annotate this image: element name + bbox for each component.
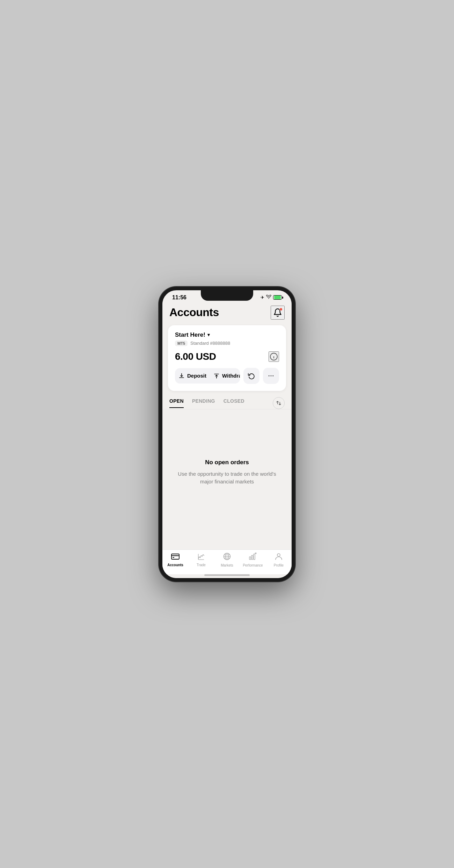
svg-rect-15 — [249, 557, 251, 560]
tabs-group: OPEN PENDING CLOSED — [169, 398, 244, 408]
withdraw-icon — [213, 373, 220, 379]
chevron-down-icon[interactable]: ▾ — [207, 332, 210, 337]
svg-rect-7 — [173, 557, 174, 558]
svg-rect-17 — [254, 554, 255, 560]
performance-nav-icon — [249, 553, 257, 562]
performance-nav-label: Performance — [243, 563, 263, 567]
nav-item-performance[interactable]: Performance — [242, 553, 263, 567]
home-indicator — [204, 574, 250, 576]
withdraw-label: Withdraw — [222, 373, 240, 379]
account-meta: MT5 Standard #8888888 — [175, 341, 279, 346]
battery-icon — [273, 295, 282, 300]
balance-amount: 6.00 USD — [175, 351, 216, 362]
page-title: Accounts — [169, 306, 219, 319]
nav-item-accounts[interactable]: Accounts — [165, 553, 186, 567]
header: Accounts — [162, 302, 292, 322]
empty-subtitle: Use the opportunity to trade on the worl… — [176, 470, 278, 486]
svg-point-4 — [271, 375, 272, 376]
tabs-row: OPEN PENDING CLOSED — [162, 394, 292, 409]
svg-point-3 — [269, 375, 270, 376]
svg-point-5 — [273, 375, 274, 376]
tab-closed[interactable]: CLOSED — [224, 398, 244, 408]
notch — [201, 290, 253, 301]
nav-item-profile[interactable]: Profile — [268, 553, 289, 567]
svg-rect-16 — [251, 555, 253, 560]
status-time: 11:56 — [172, 294, 186, 301]
more-icon — [268, 372, 274, 379]
withdraw-button[interactable]: Withdraw — [210, 368, 240, 384]
profile-nav-label: Profile — [274, 563, 284, 567]
markets-nav-icon — [223, 553, 231, 562]
accounts-nav-icon — [171, 553, 180, 562]
account-name-row: Start Here! ▾ — [175, 331, 279, 338]
wifi-icon — [266, 295, 271, 300]
svg-rect-6 — [171, 554, 179, 559]
platform-badge: MT5 — [175, 341, 188, 346]
empty-title: No open orders — [205, 459, 249, 466]
markets-nav-label: Markets — [221, 563, 233, 567]
accounts-nav-label: Accounts — [167, 563, 183, 567]
balance-row: 6.00 USD — [175, 351, 279, 362]
notification-dot — [279, 308, 283, 311]
profile-nav-icon — [275, 553, 283, 562]
action-buttons-row: Deposit Withdraw — [175, 368, 279, 384]
trade-nav-icon — [197, 553, 205, 562]
empty-state: No open orders Use the opportunity to tr… — [162, 409, 292, 549]
phone-frame: 11:56 ✈ Accounts — [159, 287, 295, 582]
status-icons: ✈ — [261, 295, 282, 300]
trade-nav-label: Trade — [197, 563, 206, 567]
svg-point-18 — [277, 554, 280, 556]
history-icon — [248, 372, 255, 379]
screen: Accounts Start Here! ▾ MT5 Standard #888… — [162, 302, 292, 578]
account-name: Start Here! — [175, 331, 205, 338]
nav-item-markets[interactable]: Markets — [217, 553, 237, 567]
more-button[interactable] — [263, 368, 279, 384]
nav-item-trade[interactable]: Trade — [191, 553, 212, 567]
airplane-icon: ✈ — [261, 295, 264, 300]
account-number: Standard #8888888 — [190, 341, 230, 346]
bottom-nav: Accounts Trade — [162, 549, 292, 574]
tab-open[interactable]: OPEN — [169, 398, 184, 408]
notification-button[interactable] — [271, 306, 285, 320]
history-button[interactable] — [243, 368, 259, 384]
deposit-icon — [178, 373, 185, 379]
info-icon — [270, 352, 278, 361]
sort-icon — [276, 400, 281, 406]
sort-button[interactable] — [273, 397, 285, 409]
tab-pending[interactable]: PENDING — [192, 398, 215, 408]
info-button[interactable] — [269, 351, 279, 362]
deposit-label: Deposit — [187, 373, 206, 379]
deposit-withdraw-group: Deposit Withdraw — [175, 368, 240, 384]
deposit-button[interactable]: Deposit — [175, 368, 210, 384]
account-card: Start Here! ▾ MT5 Standard #8888888 6.00… — [168, 325, 286, 391]
